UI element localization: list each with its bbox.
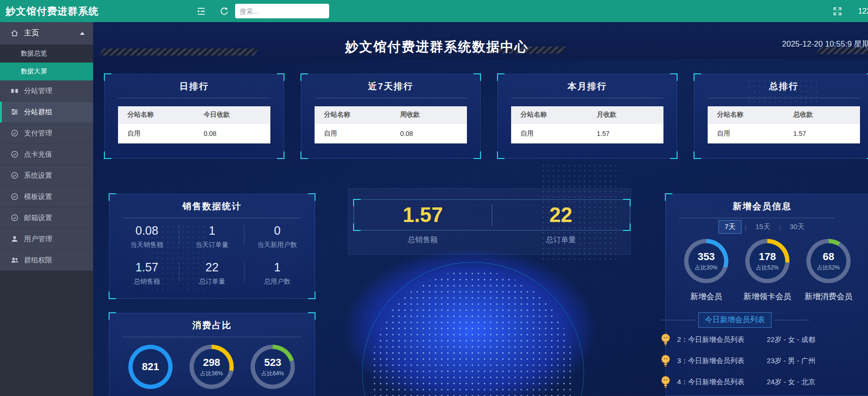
table-row: 自用 1.57: [511, 123, 663, 143]
user-icon: [10, 235, 19, 243]
donut-item: 523 占比64%: [242, 345, 303, 389]
total-sales-value: 1.57: [354, 200, 492, 230]
sidebar-item-card-recharge[interactable]: 点卡充值: [0, 144, 93, 165]
sidebar-item-data-overview[interactable]: 数据总览: [0, 45, 93, 63]
sidebar-item-mail-settings[interactable]: 邮箱设置: [0, 207, 93, 229]
corner-accent: [353, 223, 361, 231]
donut-label: 新增会员: [690, 291, 722, 302]
member-detail: 22岁 - 女 - 成都: [767, 335, 815, 344]
donut-chart-card-members: 178 占比52%: [745, 239, 789, 283]
stat-label: 总用户数: [245, 277, 310, 286]
corner-accent: [109, 193, 116, 201]
sidebar-item-data-bigscreen[interactable]: 数据大屏: [0, 63, 93, 80]
ranking-table: 分站名称 今日收款 自用 0.08: [118, 106, 270, 143]
sidebar-item-label: 分站管理: [24, 87, 52, 95]
card-title: 日排行: [105, 80, 284, 93]
corner-accent: [623, 223, 631, 231]
circle-check-icon: [10, 192, 19, 201]
station-name: 自用: [511, 129, 587, 138]
donut-ratio: 占比64%: [261, 370, 284, 378]
sidebar-item-system-settings[interactable]: 系统设置: [0, 165, 93, 186]
circle-check-icon: [10, 150, 19, 158]
collapse-menu-icon[interactable]: [196, 6, 206, 16]
sidebar-item-payment-manage[interactable]: 支付管理: [0, 123, 93, 144]
table-header: 分站名称 今日收款: [118, 106, 270, 123]
member-text: 2：今日新增会员列表: [677, 335, 767, 344]
sidebar-item-label: 系统设置: [24, 171, 52, 180]
sidebar-item-home[interactable]: 主页: [0, 22, 93, 45]
column-header: 分站名称: [511, 111, 587, 119]
list-item: 2：今日新增会员列表 22岁 - 女 - 成都: [659, 329, 815, 350]
card-title: 新增会员信息: [666, 200, 859, 213]
sidebar-item-label: 主页: [24, 28, 39, 38]
corner-accent: [109, 292, 116, 299]
member-list: 2：今日新增会员列表 22岁 - 女 - 成都 3：今日新增会员列表 23岁 -…: [659, 329, 815, 393]
chevron-up-icon: [80, 32, 85, 35]
stat-label: 当天新用户数: [245, 241, 310, 249]
sidebar: 主页 数据总览 数据大屏 分站管理 分站群组 支付管理 点卡充值 系统设置: [0, 22, 93, 396]
corner-accent: [109, 312, 116, 320]
card-title: 消费占比: [110, 319, 315, 332]
donut-ratio: 占比52%: [756, 264, 779, 272]
today-member-list-button[interactable]: 今日新增会员列表: [698, 312, 772, 328]
station-name: 自用: [708, 129, 784, 138]
divider: [118, 98, 270, 98]
corner-accent: [353, 199, 361, 206]
member-detail: 24岁 - 女 - 北京: [767, 378, 815, 387]
totals-labels: 总销售额 总订单量: [354, 235, 630, 245]
platform-icon: [10, 87, 19, 95]
donut-value: 353: [698, 251, 715, 263]
range-tabs: 7天 | 15天 | 30天: [718, 220, 810, 234]
divider: [511, 98, 663, 98]
search-input[interactable]: [235, 4, 329, 18]
donut-value: 821: [142, 361, 159, 373]
column-header: 周收款: [391, 111, 467, 119]
home-icon: [10, 29, 19, 38]
stat-value: 1: [245, 261, 310, 274]
corner-accent: [473, 73, 481, 81]
donut-hole: 523 占比64%: [255, 349, 291, 385]
sidebar-item-label: 数据大屏: [21, 67, 47, 76]
corner-accent: [104, 151, 111, 159]
sidebar-item-substation-group[interactable]: 分站群组: [0, 102, 93, 123]
corner-accent: [277, 151, 284, 159]
ranking-table: 分站名称 周收款 自用 0.08: [315, 106, 467, 143]
table-row: 自用 0.08: [315, 123, 467, 143]
circle-check-icon: [10, 129, 19, 137]
divider: [774, 320, 809, 320]
rank-card-month: 本月排行 分站名称 月收款 自用 1.57: [497, 74, 677, 158]
corner-accent: [300, 151, 308, 159]
column-header: 今日收款: [194, 111, 270, 119]
sidebar-item-label: 群组权限: [24, 256, 52, 265]
username-label[interactable]: 123: [858, 0, 868, 22]
sidebar-item-template-settings[interactable]: 模板设置: [0, 186, 93, 207]
corner-accent: [623, 199, 631, 206]
member-list-header: 今日新增会员列表: [661, 312, 809, 328]
corner-accent: [300, 73, 308, 81]
ranking-table: 分站名称 总收款 自用 1.57: [708, 106, 860, 143]
donut-hole: 353 占比30%: [688, 243, 724, 279]
corner-accent: [308, 193, 316, 201]
stat-label: 总订单量: [180, 277, 245, 286]
corner-accent: [694, 151, 701, 159]
station-name: 自用: [118, 129, 194, 138]
donut-value: 178: [759, 251, 776, 263]
divider: [123, 337, 301, 337]
stats-grid: 0.08当天销售额 1当天订单量 0当天新用户数 1.57总销售额 22总订单量…: [114, 218, 310, 291]
lightbulb-icon: [659, 354, 672, 368]
rank-card-daily: 日排行 分站名称 今日收款 自用 0.08: [104, 74, 284, 158]
page-title: 妙文馆付费进群系统数据中心: [319, 38, 554, 56]
tab-7days[interactable]: 7天: [718, 220, 742, 234]
donut-label: 新增消费会员: [805, 291, 852, 302]
tab-15days[interactable]: 15天: [750, 221, 776, 233]
tab-30days[interactable]: 30天: [784, 221, 810, 233]
sidebar-item-substation-manage[interactable]: 分站管理: [0, 80, 93, 102]
sidebar-item-group-permission[interactable]: 群组权限: [0, 250, 93, 271]
sidebar-item-label: 点卡充值: [24, 150, 52, 159]
sidebar-item-label: 邮箱设置: [24, 214, 52, 222]
corner-accent: [497, 73, 505, 81]
refresh-icon[interactable]: [219, 6, 229, 16]
donut-hole: 178 占比52%: [750, 243, 785, 279]
fullscreen-icon[interactable]: [832, 6, 843, 16]
sidebar-item-user-manage[interactable]: 用户管理: [0, 229, 93, 250]
